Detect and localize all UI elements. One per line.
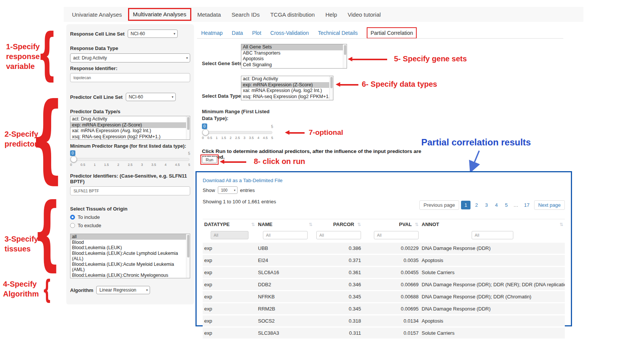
download-tab-delimited-link[interactable]: Download All as a Tab-Delimited File xyxy=(203,178,283,183)
col-header-datatype[interactable]: DATATYPE xyxy=(204,222,230,227)
list-option[interactable]: Blood xyxy=(70,240,190,245)
run-button[interactable]: Run xyxy=(202,156,217,163)
previous-page-button[interactable]: Previous page xyxy=(419,200,459,210)
entries-per-page-select[interactable]: 100 ▾ xyxy=(218,186,238,194)
list-option[interactable]: Cell Signaling xyxy=(241,62,347,68)
list-option[interactable]: act: Drug Activity xyxy=(241,76,333,82)
table-row[interactable]: exp UBB 0.386 0.00229 DNA Damage Respons… xyxy=(203,243,565,254)
tissue-include-radio[interactable]: To include xyxy=(70,214,190,220)
table-row[interactable]: exp RRM2B 0.345 0.00695 DNA Damage Respo… xyxy=(203,303,565,315)
table-row[interactable]: exp SLC38A3 0.311 0.0157 Solute Carriers xyxy=(203,327,565,339)
nav-multivariate-analyses[interactable]: Multivariate Analyses xyxy=(130,11,189,17)
filter-pval-input[interactable] xyxy=(374,231,419,239)
list-option-selected[interactable]: all xyxy=(70,234,190,240)
sort-icon[interactable]: ⇅ xyxy=(560,222,563,227)
page-17-button[interactable]: 17 xyxy=(521,201,532,209)
col-header-parcor[interactable]: PARCOR xyxy=(333,222,354,227)
cell-annot: DNA Damage Response (DDR) xyxy=(420,303,565,315)
scrollbar[interactable] xyxy=(186,116,190,139)
filter-annot-input[interactable] xyxy=(472,231,513,239)
table-row[interactable]: exp SOCS2 0.318 0.0134 Apoptosis xyxy=(203,315,565,327)
page-2-button[interactable]: 2 xyxy=(472,201,480,209)
nav-video-tutorial[interactable]: Video tutorial xyxy=(342,11,386,18)
page-3-button[interactable]: 3 xyxy=(483,201,491,209)
scrollbar[interactable] xyxy=(343,44,347,68)
min-predictor-range-label: Minimum Predictor Range (for first liste… xyxy=(70,144,190,149)
list-option-selected[interactable]: exp: mRNA Expression (Z-Score) xyxy=(70,122,190,128)
list-option[interactable]: Blood:Leukemia (LEUK):Acute Myeloid Leuk… xyxy=(70,262,190,273)
tab-data[interactable]: Data xyxy=(232,30,243,36)
list-option[interactable]: Blood:Leukemia (LEUK):Acute Lymphoid Leu… xyxy=(70,251,190,262)
list-option[interactable]: xai: mRNA Expression (Avg. log2 Int.) xyxy=(241,88,333,94)
filter-name-input[interactable] xyxy=(263,231,308,239)
list-option[interactable]: xsq: RNA-seq Expression (log2 FPKM+1.) xyxy=(70,134,190,140)
list-option[interactable]: act: Drug Activity xyxy=(70,116,190,122)
nav-univariate-analyses[interactable]: Univariate Analyses xyxy=(67,11,127,18)
slider-track[interactable] xyxy=(203,131,272,134)
sort-icon[interactable]: ⇅ xyxy=(415,222,419,227)
scrollbar-thumb[interactable] xyxy=(330,77,333,88)
tab-cross-validation[interactable]: Cross-Validation xyxy=(270,30,309,36)
table-row[interactable]: exp SLC6A16 0.361 0.00455 Solute Carrier… xyxy=(203,267,565,279)
table-row[interactable]: exp DDB2 0.346 0.00669 DNA Damage Respon… xyxy=(203,279,565,291)
scrollbar-thumb[interactable] xyxy=(187,235,189,257)
col-header-pval[interactable]: PVAL xyxy=(399,222,412,227)
tissue-exclude-label: To exclude xyxy=(78,223,101,228)
scrollbar[interactable] xyxy=(329,76,333,100)
annotation-step7: 7-optional xyxy=(309,128,343,137)
slider-handle[interactable] xyxy=(70,156,77,162)
scrollbar-thumb[interactable] xyxy=(187,117,189,130)
slider-handle[interactable] xyxy=(202,129,209,136)
list-option[interactable]: xsq: RNA-seq Expression (log2 FPKM+1.) xyxy=(241,94,333,100)
nav-tcga-distribution[interactable]: TCGA distribution xyxy=(265,11,320,18)
min-range-slider: 0 5 0 0.5 1 1.5 2 2.5 3 3.5 4 4.5 5 xyxy=(202,123,273,142)
response-data-type-select[interactable]: act: Drug Activity ▾ xyxy=(70,53,190,62)
response-cell-line-set-select[interactable]: NCI-60 ▾ xyxy=(128,30,178,38)
tissue-listbox[interactable]: all Blood Blood:Leukemia (LEUK) Blood:Le… xyxy=(70,234,190,278)
filter-parcor-input[interactable] xyxy=(316,231,361,239)
predictor-cell-line-set-select[interactable]: NCI-60 ▾ xyxy=(126,93,176,101)
page-1-button[interactable]: 1 xyxy=(461,201,470,209)
sidebar-form-panel: Response Cell Line Set NCI-60 ▾ Response… xyxy=(66,24,194,304)
sort-icon[interactable]: ⇅ xyxy=(357,222,361,227)
list-option[interactable]: Blood:Leukemia (LEUK):Chronic Myelogenou… xyxy=(70,273,190,279)
next-page-button[interactable]: Next page xyxy=(534,200,565,210)
scrollbar[interactable] xyxy=(186,234,190,278)
table-row[interactable]: exp EI24 0.371 0.0035 Apoptosis xyxy=(203,254,565,267)
tissue-exclude-radio[interactable]: To exclude xyxy=(70,223,190,228)
page-4-button[interactable]: 4 xyxy=(492,201,500,209)
predictor-data-types-listbox[interactable]: act: Drug Activity exp: mRNA Expression … xyxy=(70,116,190,140)
tab-technical-details[interactable]: Technical Details xyxy=(318,30,358,36)
list-option[interactable]: ABC Transporters xyxy=(241,50,347,56)
page-5-button[interactable]: 5 xyxy=(502,201,510,209)
nav-help[interactable]: Help xyxy=(320,11,342,18)
col-header-annot[interactable]: ANNOT xyxy=(422,222,439,227)
entries-per-page-value: 100 xyxy=(221,188,228,192)
algorithm-select[interactable]: Linear Regression ▾ xyxy=(96,286,150,294)
sort-icon[interactable]: ⇅ xyxy=(251,222,255,227)
predictor-identifiers-input[interactable] xyxy=(70,186,190,195)
data-types-listbox[interactable]: act: Drug Activity exp: mRNA Expression … xyxy=(241,76,333,100)
nav-search-ids[interactable]: Search IDs xyxy=(226,11,265,18)
filter-datatype-input[interactable] xyxy=(211,231,249,239)
cell-pval: 0.0157 xyxy=(363,327,420,339)
tab-plot[interactable]: Plot xyxy=(252,30,261,36)
list-option-selected[interactable]: All Gene Sets xyxy=(241,44,347,50)
nav-metadata[interactable]: Metadata xyxy=(192,11,227,18)
sort-icon[interactable]: ⇅ xyxy=(309,222,313,227)
list-option-selected[interactable]: exp: mRNA Expression (Z-Score) xyxy=(241,82,333,88)
list-option[interactable]: xai: mRNA Expression (Avg. log2 Int.) xyxy=(70,128,190,134)
multivariate-highlight-box: Multivariate Analyses xyxy=(128,8,191,21)
scrollbar-thumb[interactable] xyxy=(344,45,346,55)
col-header-name[interactable]: NAME xyxy=(258,222,272,227)
tab-heatmap[interactable]: Heatmap xyxy=(201,30,223,36)
tick-label: 4.5 xyxy=(263,136,268,140)
tab-partial-correlation[interactable]: Partial Correlation xyxy=(370,30,413,36)
slider-track[interactable] xyxy=(71,158,189,161)
gene-sets-listbox[interactable]: All Gene Sets ABC Transporters Apoptosis… xyxy=(241,44,347,69)
table-row[interactable]: exp NFRKB 0.345 0.00688 DNA Damage Respo… xyxy=(203,291,565,303)
list-option[interactable]: Apoptosis xyxy=(241,56,347,62)
tick-label: 4 xyxy=(257,136,259,140)
response-identifier-input[interactable] xyxy=(70,73,190,82)
list-option[interactable]: Blood:Leukemia (LEUK) xyxy=(70,245,190,251)
